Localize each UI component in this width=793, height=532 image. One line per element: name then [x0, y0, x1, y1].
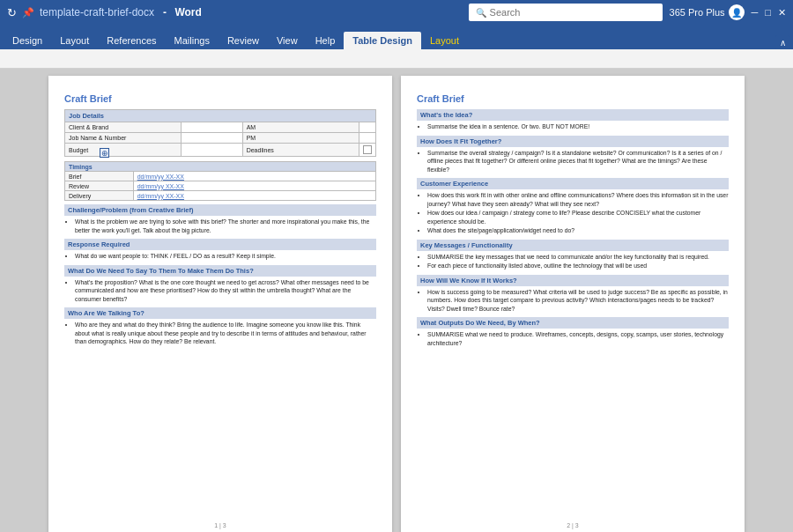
page-1: ⊕ Craft Brief Job Details Client & Brand… [48, 76, 392, 532]
search-icon: 🔍 [476, 8, 486, 18]
job-header-cell: Job Details [65, 110, 376, 122]
key-messages-title: Key Messages / Functionality [417, 240, 729, 251]
whats-idea-title: What's the Idea? [417, 109, 729, 121]
title-bar-right: 365 Pro Plus 👤 ─ □ ✕ [670, 4, 786, 20]
deadlines-value [359, 144, 375, 157]
delivery-label: Delivery [65, 191, 134, 201]
challenge-list: What is the problem we are trying to sol… [64, 218, 376, 234]
review-date-link[interactable]: dd/mm/yy XX-XX [137, 183, 184, 189]
know-if-works-title: How Will We Know If It Works? [417, 275, 729, 286]
minimize-btn[interactable]: ─ [752, 7, 759, 18]
talking-to-title: Who Are We Talking To? [64, 307, 376, 319]
know-if-works-section: How Will We Know If It Works? How is suc… [417, 275, 729, 314]
budget-label: Budget [65, 144, 182, 157]
refresh-icon[interactable]: ↻ [7, 6, 17, 19]
am-label: AM [242, 122, 359, 133]
client-brand-label: Client & Brand [65, 122, 182, 133]
ribbon-content [0, 49, 793, 69]
brief-value: dd/mm/yy XX-XX [133, 172, 375, 181]
list-item: How does our idea / campaign / strategy … [427, 209, 729, 225]
what-say-section: What Do We Need To Say To Them To Make T… [64, 265, 376, 304]
whats-idea-section: What's the Idea? Summarise the idea in a… [417, 109, 729, 131]
brief-label: Brief [65, 172, 134, 181]
list-item: What do we want people to: THINK / FEEL … [75, 252, 376, 261]
customer-experience-section: Customer Experience How does this work f… [417, 178, 729, 235]
tab-layout2[interactable]: Layout [421, 32, 468, 49]
client-brand-value [182, 122, 242, 133]
page2-title: Craft Brief [417, 93, 729, 104]
checkbox[interactable] [363, 145, 372, 154]
page2-number: 2 | 3 [401, 522, 745, 528]
page1-number: 1 | 3 [48, 522, 392, 528]
delivery-date-link[interactable]: dd/mm/yy XX-XX [137, 193, 184, 199]
table-row: Delivery dd/mm/yy XX-XX [65, 191, 376, 201]
ribbon-expand-btn[interactable]: ∧ [775, 35, 789, 49]
outputs-list: SUMMARISE what we need to produce. Wiref… [417, 330, 729, 347]
ribbon-tabs: Design Layout References Mailings Review… [0, 25, 793, 49]
talking-to-section: Who Are We Talking To? Who are they and … [64, 307, 376, 346]
fit-together-section: How Does It Fit Together? Summarise the … [417, 136, 729, 174]
list-item: How does this work fit in with other onl… [427, 191, 729, 208]
list-item: Who are they and what do they think? Bri… [75, 321, 376, 346]
account-icon[interactable]: 👤 [729, 4, 745, 20]
tab-table-design[interactable]: Table Design [344, 32, 421, 49]
list-item: SUMMARISE what we need to produce. Wiref… [427, 330, 729, 347]
tab-design[interactable]: Design [4, 32, 51, 49]
list-item: What's the proposition? What is the one … [75, 278, 376, 304]
outputs-title: What Outputs Do We Need, By When? [417, 317, 729, 329]
challenge-section: Challenge/Problem (from Creative Brief) … [64, 204, 376, 234]
customer-experience-list: How does this work fit in with other onl… [417, 191, 729, 235]
title-bar: ↻ 📌 template-craft-brief-docx - Word 🔍 3… [0, 0, 793, 25]
budget-value [182, 144, 242, 157]
response-section: Response Required What do we want people… [64, 239, 376, 261]
account-label: 365 Pro Plus [670, 7, 725, 18]
what-say-list: What's the proposition? What is the one … [64, 278, 376, 304]
timings-header: Timings [65, 162, 376, 172]
table-row: Review dd/mm/yy XX-XX [65, 181, 376, 191]
list-item: How is success going to be measured? Wha… [427, 288, 729, 314]
review-value: dd/mm/yy XX-XX [133, 181, 375, 191]
search-box[interactable]: 🔍 [469, 4, 663, 21]
challenge-title: Challenge/Problem (from Creative Brief) [64, 204, 376, 216]
pm-label: PM [242, 133, 359, 144]
restore-btn[interactable]: □ [765, 7, 771, 18]
response-list: What do we want people to: THINK / FEEL … [64, 252, 376, 261]
document-area: ⊕ Craft Brief Job Details Client & Brand… [0, 69, 793, 532]
pin-icon: 📌 [22, 7, 34, 18]
tab-mailings[interactable]: Mailings [166, 32, 219, 49]
timings-header-row: Timings [65, 162, 376, 172]
doc-name: template-craft-brief-docx [40, 6, 154, 18]
key-messages-section: Key Messages / Functionality SUMMARISE t… [417, 240, 729, 270]
job-details-table: Job Details Client & Brand AM Job Name &… [64, 109, 376, 157]
deadlines-label: Deadlines [242, 144, 359, 157]
table-row: Brief dd/mm/yy XX-XX [65, 172, 376, 181]
review-label: Review [65, 181, 134, 191]
list-item: What does the site/page/application/widg… [427, 226, 729, 235]
app-name-label: Word [172, 6, 202, 18]
timings-table: Timings Brief dd/mm/yy XX-XX Review dd/m… [64, 161, 376, 201]
search-input[interactable] [490, 7, 656, 18]
list-item: SUMMARISE the key messages that we need … [427, 253, 729, 262]
tab-view[interactable]: View [268, 32, 307, 49]
list-item: Summarise the overall strategy / campaig… [427, 149, 729, 174]
table-row: Budget Deadlines [65, 144, 376, 157]
customer-experience-title: Customer Experience [417, 178, 729, 189]
job-header-row: Job Details [65, 110, 376, 122]
page1-title: Craft Brief [64, 93, 376, 104]
tab-review[interactable]: Review [219, 32, 268, 49]
list-item: For each piece of functionality listed a… [427, 262, 729, 270]
tab-help[interactable]: Help [307, 32, 345, 49]
am-value [359, 122, 375, 133]
tab-references[interactable]: References [98, 32, 165, 49]
table-row: Client & Brand AM [65, 122, 376, 133]
key-messages-list: SUMMARISE the key messages that we need … [417, 253, 729, 270]
table-move-handle[interactable]: ⊕ [100, 148, 109, 158]
close-btn[interactable]: ✕ [778, 7, 786, 18]
whats-idea-list: Summarise the idea in a sentence. Or two… [417, 122, 729, 131]
brief-date-link[interactable]: dd/mm/yy XX-XX [137, 174, 184, 180]
what-say-title: What Do We Need To Say To Them To Make T… [64, 265, 376, 277]
list-item: Summarise the idea in a sentence. Or two… [427, 122, 729, 131]
app-name: - [163, 6, 167, 18]
table-row: Job Name & Number PM [65, 133, 376, 144]
tab-layout1[interactable]: Layout [51, 32, 98, 49]
